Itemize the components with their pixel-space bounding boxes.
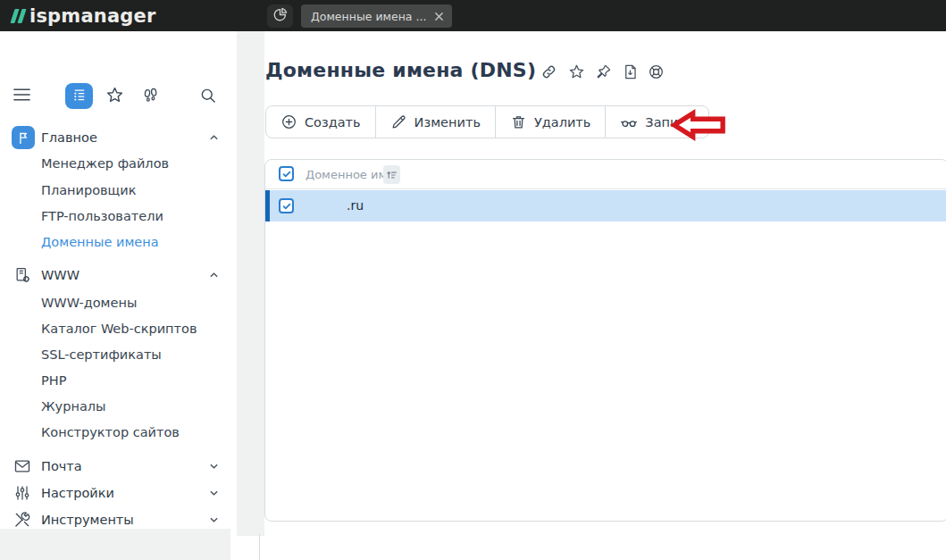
item-label: Каталог Web-скриптов xyxy=(41,322,197,336)
row-checkbox[interactable] xyxy=(279,198,294,213)
export-icon[interactable] xyxy=(622,63,639,80)
section-label: Почта xyxy=(41,459,82,473)
close-icon[interactable] xyxy=(434,12,444,21)
plus-circle-icon xyxy=(280,113,297,130)
list-view-icon xyxy=(71,87,88,106)
section-label: WWW xyxy=(41,268,80,282)
item-label: PHP xyxy=(41,373,66,388)
item-label: Журналы xyxy=(41,399,106,414)
sidebar-section-main[interactable]: Главное xyxy=(0,125,237,150)
pin-icon[interactable] xyxy=(595,63,612,80)
help-icon[interactable] xyxy=(648,63,665,80)
sidebar-item-scheduler[interactable]: Планировщик xyxy=(0,178,237,203)
favorites-star-icon[interactable] xyxy=(105,86,124,104)
table-row-domain[interactable]: .ru xyxy=(265,190,946,221)
divider xyxy=(259,534,260,560)
section-label: Настройки xyxy=(41,486,114,500)
annotation-red-arrow-icon xyxy=(668,108,729,142)
search-icon[interactable] xyxy=(199,87,217,104)
section-label: Главное xyxy=(41,130,97,145)
sidebar-item-www-domains[interactable]: WWW-домены xyxy=(0,290,237,315)
sidebar-gutter xyxy=(237,31,264,536)
tab-domain-names[interactable]: Доменные имена ... xyxy=(301,4,452,28)
select-all-checkbox[interactable] xyxy=(279,166,294,181)
sidebar: Главное Менеджер файлов Планировщик FTP-… xyxy=(0,31,237,529)
item-label: FTP-пользователи xyxy=(41,209,163,223)
button-label: Изменить xyxy=(414,115,481,130)
item-label: Менеджер файлов xyxy=(41,156,169,171)
bottom-left-panel xyxy=(0,529,230,560)
button-label: Создать xyxy=(305,115,361,130)
selected-row-accent xyxy=(265,190,270,221)
domains-table: Доменное имя .ru xyxy=(264,159,946,522)
sliders-icon xyxy=(13,483,32,503)
flag-icon xyxy=(12,126,35,149)
dashboard-button[interactable] xyxy=(267,4,293,28)
sidebar-item-logs[interactable]: Журналы xyxy=(0,394,237,419)
item-label-active: Доменные имена xyxy=(41,235,159,249)
table-header-row: Доменное имя xyxy=(265,160,946,189)
menu-icon[interactable] xyxy=(13,87,31,103)
sidebar-section-mail[interactable]: Почта xyxy=(0,454,237,479)
server-gear-icon xyxy=(13,265,32,285)
sidebar-item-ftp-users[interactable]: FTP-пользователи xyxy=(0,204,237,229)
logo-text: ispmanager xyxy=(29,5,156,27)
tools-icon xyxy=(13,510,32,530)
column-header-domain-name[interactable]: Доменное имя xyxy=(306,168,394,181)
item-label: WWW-домены xyxy=(41,296,137,310)
item-label: Конструктор сайтов xyxy=(41,425,180,439)
chevron-down-icon[interactable] xyxy=(207,514,220,526)
item-label: SSL-сертификаты xyxy=(41,347,162,362)
domain-name-cell: .ru xyxy=(347,198,364,213)
sidebar-item-php[interactable]: PHP xyxy=(0,368,237,393)
sidebar-section-settings[interactable]: Настройки xyxy=(0,481,237,506)
ispmanager-logo: ispmanager xyxy=(13,0,156,31)
list-view-button[interactable] xyxy=(65,83,93,109)
app-window: ispmanager Доменные имена ... xyxy=(0,0,946,560)
pie-chart-icon xyxy=(272,6,289,27)
chevron-up-icon[interactable] xyxy=(207,269,220,281)
footprints-icon[interactable] xyxy=(141,87,160,105)
tab-label: Доменные имена ... xyxy=(311,10,426,23)
mail-icon xyxy=(13,456,32,476)
top-bar: ispmanager Доменные имена ... xyxy=(0,0,946,31)
link-icon[interactable] xyxy=(540,63,557,80)
sidebar-item-ssl-certificates[interactable]: SSL-сертификаты xyxy=(0,342,237,367)
trash-icon xyxy=(510,113,527,130)
action-toolbar: Создать Изменить Удалить xyxy=(265,105,709,138)
star-icon[interactable] xyxy=(568,63,585,80)
sidebar-item-web-scripts[interactable]: Каталог Web-скриптов xyxy=(0,316,237,341)
chevron-up-icon[interactable] xyxy=(207,131,220,144)
logo-slashes-icon xyxy=(13,9,24,23)
sidebar-item-site-builder[interactable]: Конструктор сайтов xyxy=(0,420,237,445)
sort-icon[interactable] xyxy=(383,165,400,184)
glasses-icon xyxy=(620,113,638,131)
edit-button[interactable]: Изменить xyxy=(375,106,495,138)
item-label: Планировщик xyxy=(41,183,136,197)
page-title: Доменные имена (DNS) xyxy=(265,59,536,81)
delete-button[interactable]: Удалить xyxy=(495,106,605,138)
create-button[interactable]: Создать xyxy=(266,106,375,138)
chevron-down-icon[interactable] xyxy=(207,487,220,499)
sidebar-item-file-manager[interactable]: Менеджер файлов xyxy=(0,151,237,176)
sidebar-item-domain-names[interactable]: Доменные имена xyxy=(0,230,237,255)
pencil-icon xyxy=(390,113,407,130)
chevron-down-icon[interactable] xyxy=(207,460,220,472)
sidebar-section-www[interactable]: WWW xyxy=(0,263,237,288)
button-label: Удалить xyxy=(534,115,590,130)
section-label: Инструменты xyxy=(41,513,134,527)
